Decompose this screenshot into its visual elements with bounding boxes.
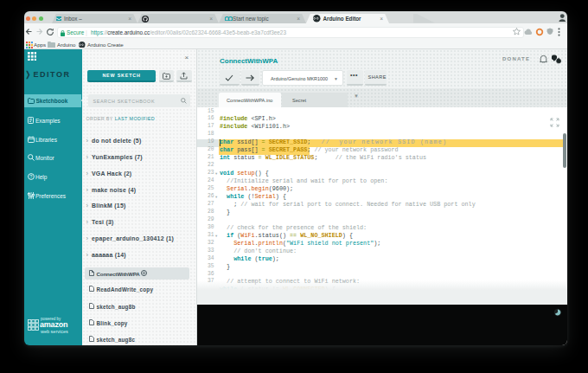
svg-text:?: ? [29, 173, 32, 178]
